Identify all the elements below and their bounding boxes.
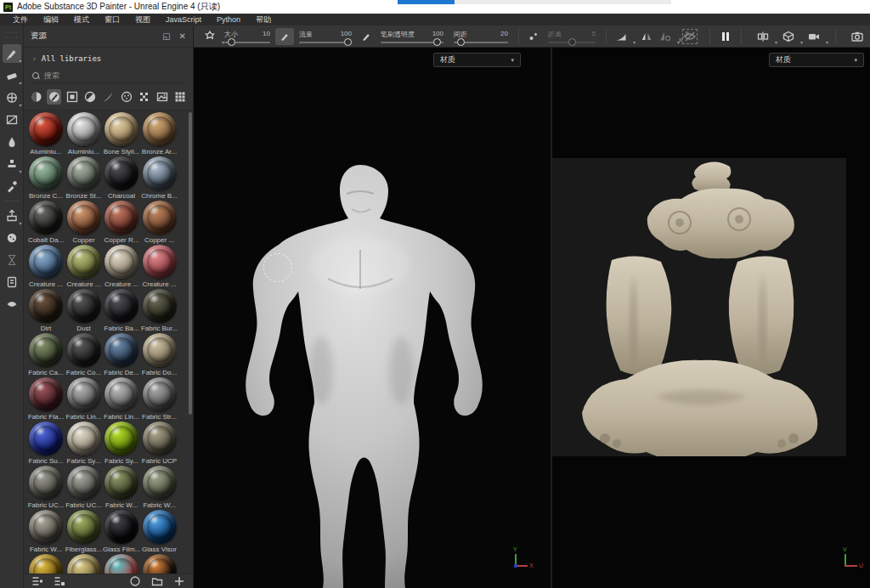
eraser-tool-button[interactable]: ▾: [3, 66, 21, 85]
material-item[interactable]: Fabric UC...: [65, 466, 103, 509]
material-item[interactable]: Fabric Fla...: [27, 377, 65, 421]
close-panel-icon[interactable]: ✕: [179, 31, 186, 41]
menu-item-2[interactable]: 模式: [66, 14, 97, 25]
distance-track[interactable]: [548, 42, 596, 43]
search-input[interactable]: 搜索: [32, 69, 184, 83]
material-item[interactable]: Creature ...: [141, 245, 178, 288]
material-item[interactable]: Fabric Sy...: [65, 421, 103, 465]
materials-scrollbar[interactable]: [189, 112, 192, 415]
float-panel-icon[interactable]: ◱: [162, 31, 170, 41]
brush-flow-slider[interactable]: 流量 100: [299, 30, 352, 43]
viewport-2d[interactable]: 材质 ▾ V U: [552, 48, 870, 588]
polygon-fill-tool-button[interactable]: [3, 110, 21, 129]
stencil-off-button[interactable]: [682, 29, 698, 44]
material-item[interactable]: Fabric UCP: [141, 421, 178, 465]
material-item[interactable]: Bone Styli...: [103, 112, 140, 155]
panel-drag-handle[interactable]: ··········: [0, 25, 23, 41]
flow-track[interactable]: [299, 42, 352, 43]
material-item[interactable]: Aluminiu...: [65, 112, 103, 155]
material-item[interactable]: Copper R...: [103, 201, 140, 244]
detail-view-icon[interactable]: [53, 574, 66, 588]
material-item[interactable]: Fabric Ba...: [103, 289, 140, 332]
size-track[interactable]: [224, 42, 270, 43]
clone-tool-button[interactable]: ▾: [3, 155, 21, 173]
material-item[interactable]: Glass Film...: [103, 510, 140, 553]
library-selector[interactable]: › All libraries: [24, 48, 193, 66]
material-item[interactable]: Fabric De...: [103, 333, 140, 376]
material-picker-tool-button[interactable]: [3, 177, 21, 195]
material-item[interactable]: Creature ...: [65, 245, 103, 288]
add-asset-icon[interactable]: [172, 574, 186, 588]
resources-button[interactable]: [3, 295, 21, 314]
menu-item-6[interactable]: Python: [209, 14, 248, 25]
list-view-icon[interactable]: [31, 574, 44, 588]
material-item[interactable]: Fabric Lin...: [103, 377, 140, 421]
radial-symmetry-button[interactable]: ▾: [656, 28, 675, 45]
menu-item-1[interactable]: 编辑: [36, 14, 66, 25]
smudge-tool-button[interactable]: [3, 133, 21, 151]
brush-distance-slider[interactable]: 距离 5: [548, 30, 596, 43]
shader-mode-dropdown-3d[interactable]: 材质 ▾: [433, 53, 521, 67]
view-3d-button[interactable]: ▾: [779, 28, 798, 45]
material-item[interactable]: Fabric Do...: [141, 333, 178, 376]
menu-item-5[interactable]: JavaScript: [158, 14, 209, 25]
material-item[interactable]: Creature ...: [27, 245, 65, 288]
material-item[interactable]: Creature ...: [103, 245, 140, 288]
filter-brushes-button[interactable]: [47, 89, 61, 105]
material-item[interactable]: Fabric Ca...: [27, 333, 65, 376]
menu-item-0[interactable]: 文件: [5, 14, 36, 25]
filter-stroke-button[interactable]: [101, 89, 116, 105]
material-item[interactable]: Bronze C...: [27, 156, 65, 200]
material-item[interactable]: Fabric Su...: [27, 421, 65, 465]
menu-item-7[interactable]: 帮助: [248, 14, 279, 25]
material-item[interactable]: Fabric UC...: [27, 466, 65, 509]
filter-smart-materials-button[interactable]: [83, 89, 98, 105]
shader-mode-dropdown-2d[interactable]: 材质 ▾: [769, 53, 864, 67]
viewport-3d[interactable]: 材质 ▾ Y X: [194, 48, 551, 588]
material-item[interactable]: Glass Visor: [141, 510, 178, 553]
material-item[interactable]: Chrome B...: [141, 156, 178, 200]
material-item[interactable]: Charcoal: [103, 156, 140, 200]
flow-preview-button[interactable]: [357, 28, 376, 45]
export-button[interactable]: ▾: [3, 206, 21, 225]
filter-alphas-button[interactable]: [65, 89, 79, 105]
refresh-icon[interactable]: [128, 574, 142, 588]
material-item[interactable]: Fabric Bur...: [141, 289, 178, 332]
brush-size-slider[interactable]: 大小 10: [224, 30, 270, 43]
menu-item-4[interactable]: 视图: [127, 14, 158, 25]
symmetry-button[interactable]: [637, 28, 656, 45]
bake-button[interactable]: [3, 229, 21, 247]
paint-tool-button[interactable]: ▾: [3, 44, 21, 63]
projection-tool-button[interactable]: ▾: [3, 88, 21, 107]
material-item[interactable]: Fabric W...: [27, 510, 65, 553]
new-folder-icon[interactable]: [150, 574, 164, 588]
falloff-button[interactable]: ▾: [612, 28, 630, 45]
material-item[interactable]: Copper: [65, 201, 103, 244]
material-item[interactable]: Dirt: [27, 289, 65, 332]
filter-environments-button[interactable]: [155, 89, 170, 105]
material-item[interactable]: Fabric Lin...: [65, 377, 103, 421]
filter-materials-button[interactable]: [29, 89, 43, 105]
material-item[interactable]: Fabric W...: [141, 466, 178, 509]
brush-preview-button[interactable]: [275, 28, 294, 45]
alignment-lasso-button[interactable]: ▾: [201, 28, 219, 45]
material-item[interactable]: Cobalt Da...: [27, 201, 65, 244]
split-view-button[interactable]: ▾: [754, 28, 772, 45]
filter-patterns-button[interactable]: [137, 89, 151, 105]
brush-opacity-slider[interactable]: 笔刷透明度 100: [381, 30, 443, 43]
filter-textures-button[interactable]: [119, 89, 133, 105]
material-item[interactable]: Copper ...: [141, 201, 178, 244]
menu-item-3[interactable]: 窗口: [97, 14, 127, 25]
camera-button[interactable]: ▾: [805, 28, 823, 45]
material-item[interactable]: Fabric W...: [103, 466, 140, 509]
history-button[interactable]: [3, 251, 21, 269]
pause-engine-button[interactable]: [722, 32, 729, 41]
scatter-button[interactable]: [524, 28, 543, 45]
material-item[interactable]: Fiberglass...: [65, 510, 103, 553]
brush-spacing-slider[interactable]: 间距 20: [454, 30, 508, 43]
material-item[interactable]: Dust: [65, 289, 103, 332]
opacity-track[interactable]: [381, 42, 443, 43]
spacing-track[interactable]: [454, 42, 508, 43]
material-item[interactable]: Fabric Str...: [141, 377, 178, 421]
material-item[interactable]: Fabric Sy...: [103, 421, 140, 465]
